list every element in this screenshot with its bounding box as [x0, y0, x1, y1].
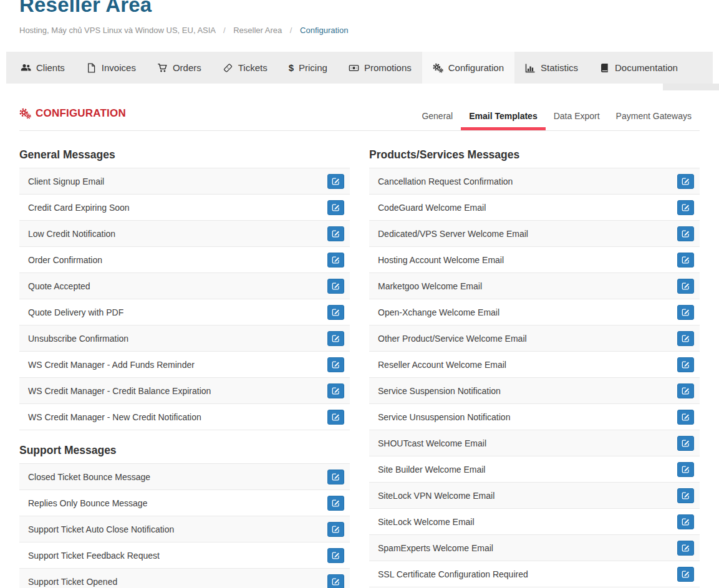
edit-template-button[interactable] — [327, 331, 344, 346]
main-tabbar: Clients Invoices Orders Tickets $ Pricin… — [6, 52, 713, 84]
subtab-data-export[interactable]: Data Export — [546, 105, 608, 130]
edit-template-button[interactable] — [327, 253, 344, 267]
tab-configuration[interactable]: Configuration — [422, 52, 514, 84]
cart-icon — [157, 63, 168, 73]
edit-template-button[interactable] — [327, 410, 344, 425]
tab-invoices[interactable]: Invoices — [75, 52, 147, 84]
edit-icon — [332, 334, 340, 342]
edit-template-button[interactable] — [677, 331, 694, 346]
edit-template-button[interactable] — [677, 279, 694, 294]
email-template-label: Open-Xchange Welcome Email — [378, 307, 499, 317]
email-template-row: SiteLock VPN Welcome Email — [369, 482, 700, 508]
edit-template-button[interactable] — [677, 541, 694, 556]
email-template-label: WS Credit Manager - New Credit Notificat… — [28, 412, 201, 422]
edit-template-button[interactable] — [327, 200, 344, 215]
tab-tickets[interactable]: Tickets — [212, 52, 278, 84]
edit-icon — [332, 308, 340, 316]
email-template-row: Cancellation Request Confirmation — [369, 168, 700, 194]
edit-template-button[interactable] — [677, 174, 694, 189]
configuration-header-bar: CONFIGURATION General Email Templates Da… — [19, 105, 700, 131]
email-template-row: Support Ticket Opened — [19, 568, 350, 588]
edit-template-button[interactable] — [327, 226, 344, 241]
edit-icon — [332, 256, 340, 264]
email-template-label: Support Ticket Opened — [28, 577, 117, 587]
tab-statistics[interactable]: Statistics — [514, 52, 589, 84]
money-icon — [349, 63, 359, 73]
edit-template-button[interactable] — [327, 470, 344, 484]
edit-template-button[interactable] — [677, 514, 694, 529]
edit-template-button[interactable] — [677, 253, 694, 267]
edit-icon — [332, 577, 340, 586]
email-template-row: Open-Xchange Welcome Email — [369, 299, 700, 325]
tab-orders[interactable]: Orders — [147, 52, 212, 84]
email-template-row: Dedicated/VPS Server Welcome Email — [369, 220, 700, 246]
general-messages-list: Client Signup Email Credit Card Expiring… — [19, 168, 350, 430]
edit-template-button[interactable] — [327, 357, 344, 372]
edit-icon — [682, 229, 690, 238]
email-template-label: Service Unsuspension Notification — [378, 412, 510, 422]
products-services-messages-list: Cancellation Request Confirmation CodeGu… — [369, 168, 700, 587]
email-template-label: Client Signup Email — [28, 176, 104, 186]
configuration-section-title: CONFIGURATION — [19, 107, 126, 130]
edit-template-button[interactable] — [677, 305, 694, 320]
edit-template-button[interactable] — [677, 226, 694, 241]
email-template-label: Support Ticket Auto Close Notification — [28, 524, 174, 534]
bar-chart-icon — [525, 63, 536, 73]
edit-template-button[interactable] — [677, 488, 694, 503]
file-icon — [86, 63, 97, 73]
email-template-label: Service Suspension Notification — [378, 386, 501, 396]
tab-documentation[interactable]: Documentation — [589, 52, 688, 84]
edit-template-button[interactable] — [327, 383, 344, 398]
breadcrumb-separator: / — [290, 26, 292, 35]
edit-template-button[interactable] — [327, 174, 344, 189]
email-template-row: Service Suspension Notification — [369, 377, 700, 403]
edit-template-button[interactable] — [677, 200, 694, 215]
edit-icon — [682, 439, 690, 447]
breadcrumb-root-link[interactable]: Hosting, Máy chủ VPS Linux và Window US,… — [19, 26, 215, 35]
edit-template-button[interactable] — [327, 279, 344, 294]
edit-template-button[interactable] — [677, 567, 694, 582]
tab-label: Invoices — [102, 62, 136, 73]
subtab-email-templates[interactable]: Email Templates — [461, 105, 545, 130]
edit-icon — [332, 203, 340, 211]
edit-template-button[interactable] — [327, 496, 344, 511]
configuration-subtabs: General Email Templates Data Export Paym… — [413, 105, 700, 130]
email-template-row: SHOUTcast Welcome Email — [369, 430, 700, 456]
email-template-label: Reseller Account Welcome Email — [378, 360, 506, 370]
edit-template-button[interactable] — [327, 548, 344, 563]
edit-icon — [682, 413, 690, 421]
email-template-row: Quote Delivery with PDF — [19, 299, 350, 325]
email-template-label: Closed Ticket Bounce Message — [28, 472, 150, 482]
email-template-row: Unsubscribe Confirmation — [19, 325, 350, 351]
email-template-row: Order Confirmation — [19, 246, 350, 272]
edit-template-button[interactable] — [677, 383, 694, 398]
edit-icon — [332, 177, 340, 185]
edit-template-button[interactable] — [677, 410, 694, 425]
email-template-row: Replies Only Bounce Message — [19, 489, 350, 516]
tab-label: Pricing — [299, 62, 327, 73]
email-template-label: Low Credit Notification — [28, 229, 115, 239]
breadcrumb-parent-link[interactable]: Reseller Area — [233, 26, 282, 35]
tab-clients[interactable]: Clients — [10, 52, 75, 84]
email-template-label: Unsubscribe Confirmation — [28, 334, 128, 344]
edit-template-button[interactable] — [327, 305, 344, 320]
edit-icon — [682, 491, 690, 499]
email-template-row: SiteLock Welcome Email — [369, 508, 700, 534]
tab-pricing[interactable]: $ Pricing — [278, 52, 338, 84]
edit-template-button[interactable] — [327, 522, 344, 537]
email-template-row: Other Product/Service Welcome Email — [369, 325, 700, 351]
subtab-payment-gateways[interactable]: Payment Gateways — [608, 105, 700, 130]
email-template-row: Support Ticket Auto Close Notification — [19, 516, 350, 542]
subtab-general[interactable]: General — [413, 105, 461, 130]
edit-template-button[interactable] — [677, 357, 694, 372]
edit-icon — [332, 525, 340, 533]
email-template-label: Dedicated/VPS Server Welcome Email — [378, 229, 528, 239]
email-template-label: Replies Only Bounce Message — [28, 498, 147, 508]
email-template-label: Order Confirmation — [28, 255, 102, 265]
edit-template-button[interactable] — [677, 436, 694, 451]
email-template-label: Other Product/Service Welcome Email — [378, 334, 527, 344]
edit-template-button[interactable] — [677, 462, 694, 477]
tab-promotions[interactable]: Promotions — [338, 52, 422, 84]
tab-label: Tickets — [238, 62, 268, 73]
edit-template-button[interactable] — [327, 574, 344, 588]
